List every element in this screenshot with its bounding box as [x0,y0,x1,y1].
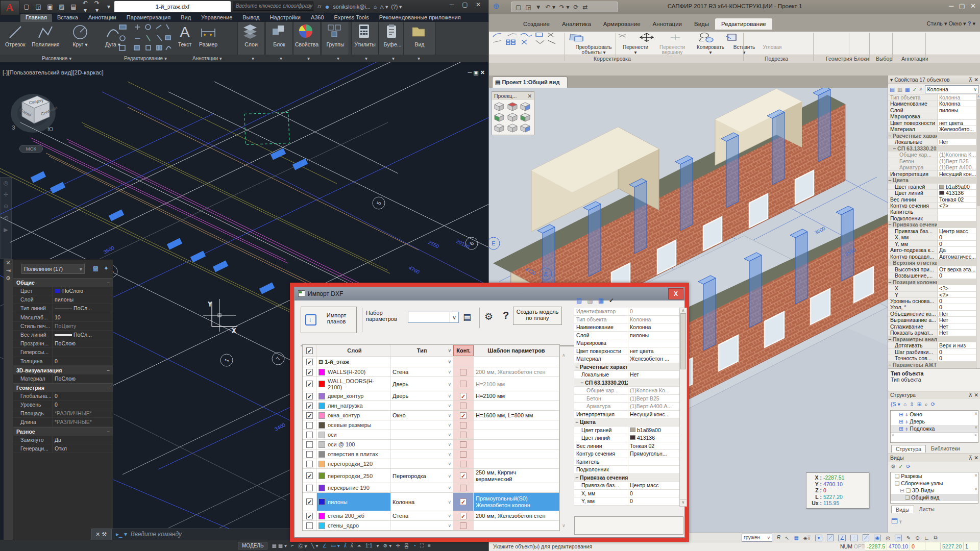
sapfir-prop-Точность сов...[interactable]: Точность сов...0 [888,355,980,361]
projection-icon-2[interactable] [520,102,530,111]
share-icon[interactable]: △ ▾ [380,4,388,10]
tool-Полилиния[interactable]: Полилиния [32,23,60,47]
dlg-prop-Привязка баз...[interactable]: Привязка баз...Центр масс [574,482,679,490]
sapfir-prop-Возвышение,...[interactable]: Возвышение,...0 [888,272,980,279]
projection-icon-1[interactable] [507,102,518,111]
panel-Буфе...[interactable]: Буфе... [380,23,405,47]
sapfir-prop-Расчетные характеристики[interactable]: − Расчетные характеристики [888,133,980,139]
clean-screen-icon[interactable]: ◔ [413,543,416,548]
toggle-value-icon[interactable]: ▩ [93,265,99,272]
view-tool-icon[interactable]: 🗔 ₸ [888,514,980,528]
palette-row[interactable]: Длина*РАЗЛИЧНЫЕ* [13,418,113,427]
binoculars-icon[interactable]: ⌭ [317,3,322,10]
palette-row[interactable]: Уровень0 [13,400,113,409]
sapfir-tab-Редактирование[interactable]: Редактирование [715,18,772,30]
check-filter-icon[interactable]: ▦ [905,86,910,92]
sapfir-window-controls[interactable]: ─ ▢ ✕ [949,2,976,10]
palette-section[interactable]: Общие− [13,278,113,287]
panel-Блок[interactable]: Блок [266,23,292,47]
sapfir-prop-Контур продавл...[interactable]: Контур продавл...Автоматичес... [888,254,980,260]
projection-icon-7[interactable] [507,123,518,133]
tab-Виды[interactable]: Виды [891,506,914,513]
palette-row[interactable]: Слойпилоны [13,295,113,304]
palette-collapse-icon[interactable]: ⇥ [4,267,13,274]
grid-icon[interactable]: ▦ ▦ ▾ [272,543,286,548]
projection-icon-8[interactable] [520,123,530,133]
dlg-prop-Контур сечения[interactable]: Контур сеченияПрямоугольн... [574,450,679,458]
sapfir-prop-Общие хар...[interactable]: Общие хар...(1)Колонна К... [888,152,980,158]
scroll-up-icon[interactable]: ∧ [562,353,566,358]
sapfir-prop-Авто-подрезка к...[interactable]: Авто-подрезка к...Да [888,247,980,253]
pin-icon[interactable]: ⊼ ✕ [969,77,978,83]
new-icon[interactable]: ▢ [22,3,31,10]
panel-Вид[interactable]: Вид [404,23,435,47]
sapfir-prop-СП 63.13330.2012[interactable]: − СП 63.13330.2012 [888,145,980,152]
create-model-button[interactable]: Создать модель по плану [513,307,562,325]
sapfir-prop-Цвет поверхности[interactable]: Цвет поверхностинет цвета [888,120,980,126]
command-icons[interactable]: ✕ ⚒ [91,529,111,540]
sapfir-prop-Вес линии[interactable]: Вес линииТонкая 02 [888,196,980,203]
panel-Группы[interactable]: Группы [323,23,348,47]
view-item-3D-Виды[interactable]: ⊟ ❏ 3D-Виды [891,487,978,494]
plane-icon[interactable]: ▱ [895,535,902,541]
sapfir-prop-Y, мм[interactable]: Y, мм0 [888,241,980,247]
sheets-icon[interactable]: ⧉ [934,535,938,541]
sapfir-prop-Сглаживание[interactable]: СглаживаниеНет [888,323,980,330]
scale-value[interactable]: 1:1 [365,543,373,548]
list-view-icon[interactable]: ▥ [897,86,902,92]
sapfir-prop-Привязка баз...[interactable]: Привязка баз...Центр масс [888,228,980,234]
rib-5[interactable]: Угловая [760,45,785,55]
group-Рисование[interactable]: Рисование ▾ [42,56,71,61]
sapfir-prop-Локальные[interactable]: ЛокальныеНет [888,139,980,145]
autoscale-icon[interactable]: ʎ̀ [351,543,353,548]
dlg-prop-СП 63.13330.2012[interactable]: − СП 63.13330.2012 [574,379,679,387]
sapfir-prop-Цвет линий[interactable]: Цвет линий413136 [888,190,980,196]
dlg-prop-Y, мм[interactable]: Y, мм0 [574,497,679,506]
dlg-prop-Привязка сечения[interactable]: − Привязка сечения [574,474,679,482]
rib-0[interactable]: Преобразовать объекты ▾ [568,45,619,55]
structure-toolbar[interactable]: {S ▾⌂⇫⊞⌕⟳ [888,399,980,409]
layer-row-перекрытие 190[interactable]: перекрытие 190 [303,483,559,493]
dlg-prop-Материал[interactable]: МатериалЖелезобетон ... [574,355,679,363]
layer-row-пилоны[interactable]: ✓пилоныКолонна✓Прямоугольный(S0)Железобе… [303,493,559,511]
structure-item-Дверь[interactable]: ⊞ ⇕ Дверь [891,418,978,425]
pencil-icon[interactable]: ✎ [906,535,911,541]
fullscreen-icon[interactable]: ⛶ [420,543,424,549]
palette-row[interactable]: Площадь*РАЗЛИЧНЫЕ* [13,409,113,418]
dlg-prop-Подколонник[interactable]: Подколонник [574,466,679,474]
close-icon[interactable]: ✕ [527,93,532,99]
pin-icon[interactable]: ⊼ ✕ [969,392,978,398]
sapfir-prop-Материал[interactable]: МатериалЖелезобето... [888,126,980,132]
sapfir-prop-Дотягивать[interactable]: ДотягиватьВерх и низ [888,342,980,348]
palette-settings-icon[interactable]: ⚙ [4,274,13,282]
dlg-prop-Слой[interactable]: Слойпилоны [574,332,679,340]
dialog-titlebar[interactable]: Импорт DXF X [295,287,684,300]
sapfir-prop-Выравнивание а...[interactable]: Выравнивание а...Нет [888,317,980,323]
layer-row-стены 200_жб[interactable]: ✓стены 200_жбСтена✓200 мм, Железобетон с… [303,511,559,521]
dlg-prop-Идентификатор[interactable]: Идентификатор0 [574,308,679,316]
osnap-angle-icon[interactable]: ∠ [322,543,327,548]
file-tab[interactable]: 1-й_этаж.dxf [114,1,231,12]
lock-icon[interactable]: ◉ [874,535,881,541]
sapfir-prop-Показать армат...[interactable]: Показать армат...Нет [888,330,980,336]
load-combo[interactable]: гружен [742,534,772,542]
saveas-icon[interactable]: ▨ [58,3,66,10]
sapfir-prop-Цвета[interactable]: − Цвета [888,177,980,183]
palette-row[interactable]: Толщина0 [13,357,113,366]
views-toolbar[interactable]: ⚙✓⟳ [888,462,980,471]
ribbon-tab-5[interactable]: Управление [196,14,237,22]
dlg-prop-Капитель[interactable]: Капитель [574,458,679,466]
qat-more-icon[interactable]: ▾ [105,3,113,10]
search-icon[interactable]: ⌕ [920,86,923,92]
quick-select-icon[interactable]: ✦ [104,265,109,272]
ribbon-tab-1[interactable]: Вставка [52,14,83,22]
dlg-prop-Общие хар...[interactable]: Общие хар...(1)Колонна Ко... [574,387,679,395]
apply-icon[interactable]: ✓ [913,86,917,92]
undo-icon[interactable]: ↶ ▾ [81,0,89,14]
cart-icon[interactable]: ⌂ [374,4,377,10]
open-icon[interactable]: ◲ [34,3,42,10]
help-menu[interactable]: ? [968,20,971,27]
tab-Библиотеки[interactable]: Библиотеки [927,445,964,453]
sapfir-prop-Интерпретация[interactable]: ИнтерпретацияНесущий кон... [888,171,980,177]
layer-row-WALL_DOORS(H-[interactable]: ✓WALL_DOORS(H-2100)ДверьH=2100 мм [303,377,559,391]
